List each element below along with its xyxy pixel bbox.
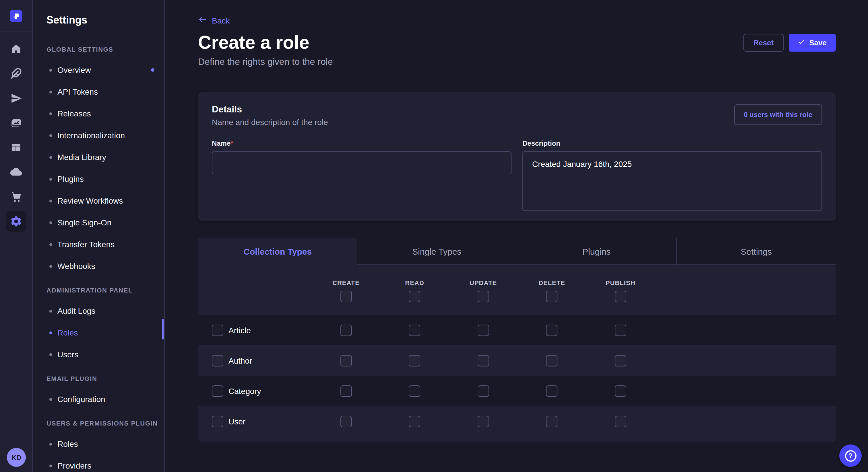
details-card-titles: Details Name and description of the role bbox=[212, 104, 328, 127]
checkbox[interactable] bbox=[477, 355, 489, 366]
checkbox[interactable] bbox=[340, 291, 352, 302]
checkbox[interactable] bbox=[340, 355, 352, 366]
rail-button-layout-icon[interactable] bbox=[6, 137, 26, 158]
select-all-column-cell bbox=[518, 291, 586, 302]
sidebar-item-review-workflows[interactable]: Review Workflows bbox=[33, 190, 164, 212]
column-labels-row: CREATEREADUPDATEDELETEPUBLISH bbox=[198, 279, 836, 286]
back-link[interactable]: Back bbox=[198, 15, 229, 26]
paper-plane-icon bbox=[10, 92, 22, 104]
rail-button-feather-icon[interactable] bbox=[6, 63, 26, 84]
sidebar-item-overview[interactable]: Overview bbox=[33, 59, 164, 81]
checkbox[interactable] bbox=[409, 291, 421, 302]
bullet-icon bbox=[50, 177, 52, 180]
checkbox[interactable] bbox=[477, 415, 489, 427]
checkbox[interactable] bbox=[340, 324, 352, 336]
select-all-column-cell bbox=[312, 291, 380, 302]
checkbox[interactable] bbox=[546, 415, 558, 427]
permissions-panel: CREATEREADUPDATEDELETEPUBLISH ArticleAut… bbox=[198, 265, 836, 442]
checkbox[interactable] bbox=[477, 324, 489, 336]
sidebar-item-configuration[interactable]: Configuration bbox=[33, 388, 164, 410]
sidebar-item-roles[interactable]: Roles bbox=[33, 433, 164, 455]
name-input[interactable] bbox=[212, 151, 512, 174]
checkbox[interactable] bbox=[615, 355, 626, 366]
save-button[interactable]: Save bbox=[788, 34, 836, 52]
sidebar-item-label: Webhooks bbox=[57, 262, 95, 271]
feather-icon bbox=[10, 68, 22, 79]
rail-button-cart-icon[interactable] bbox=[6, 187, 26, 207]
sidebar-item-api-tokens[interactable]: API Tokens bbox=[33, 81, 164, 103]
reset-button[interactable]: Reset bbox=[743, 34, 783, 52]
rail-button-pictures-icon[interactable] bbox=[6, 112, 26, 133]
sidebar-scrollbar-thumb[interactable] bbox=[162, 319, 164, 339]
checkbox[interactable] bbox=[615, 291, 626, 302]
rail-button-home-icon[interactable] bbox=[6, 38, 26, 59]
page-header-text: Create a role Define the rights given to… bbox=[198, 33, 333, 67]
select-all-column-cell bbox=[449, 291, 518, 302]
tab-plugins[interactable]: Plugins bbox=[516, 238, 676, 265]
column-header-label: PUBLISH bbox=[606, 279, 636, 286]
checkbox[interactable] bbox=[212, 415, 223, 427]
sidebar-item-label: Providers bbox=[57, 461, 91, 470]
checkbox[interactable] bbox=[546, 324, 558, 336]
sidebar-item-label: Plugins bbox=[57, 174, 84, 183]
checkbox[interactable] bbox=[477, 291, 489, 302]
sidebar-item-providers[interactable]: Providers bbox=[33, 455, 164, 472]
sidebar-item-users[interactable]: Users bbox=[33, 343, 164, 365]
tab-collection-types[interactable]: Collection Types bbox=[198, 238, 358, 265]
name-label: Name* bbox=[212, 139, 512, 148]
sidebar-item-internationalization[interactable]: Internationalization bbox=[33, 125, 164, 146]
checkbox[interactable] bbox=[546, 385, 558, 397]
sidebar-item-webhooks[interactable]: Webhooks bbox=[33, 255, 164, 277]
checkbox[interactable] bbox=[615, 415, 626, 427]
checkbox[interactable] bbox=[615, 324, 626, 336]
name-field-group: Name* bbox=[212, 139, 512, 213]
checkbox[interactable] bbox=[409, 324, 421, 336]
checkbox[interactable] bbox=[546, 291, 558, 302]
strapi-logo[interactable] bbox=[10, 9, 22, 22]
sidebar-item-plugins[interactable]: Plugins bbox=[33, 168, 164, 190]
checkbox[interactable] bbox=[212, 385, 223, 397]
checkbox[interactable] bbox=[340, 385, 352, 397]
sidebar-item-roles[interactable]: Roles bbox=[33, 322, 164, 343]
checkbox[interactable] bbox=[546, 355, 558, 366]
help-button[interactable]: ? bbox=[839, 444, 862, 467]
sidebar-item-label: Transfer Tokens bbox=[57, 240, 115, 249]
settings-sidebar: Settings GLOBAL SETTINGSOverviewAPI Toke… bbox=[33, 0, 165, 472]
section-label: ADMINISTRATION PANEL bbox=[33, 286, 164, 294]
description-textarea[interactable]: Created January 16th, 2025 bbox=[522, 151, 822, 211]
sidebar-item-media-library[interactable]: Media Library bbox=[33, 146, 164, 168]
checkbox[interactable] bbox=[409, 385, 421, 397]
details-card: Details Name and description of the role… bbox=[198, 92, 836, 221]
page-header: Create a role Define the rights given to… bbox=[198, 33, 836, 67]
user-avatar[interactable]: KD bbox=[7, 448, 26, 467]
permission-cell bbox=[380, 324, 449, 336]
sidebar-item-single-sign-on[interactable]: Single Sign-On bbox=[33, 212, 164, 233]
row-label: Article bbox=[228, 326, 251, 335]
checkbox[interactable] bbox=[340, 415, 352, 427]
rail-button-cloud-icon[interactable] bbox=[6, 162, 26, 182]
checkbox[interactable] bbox=[212, 324, 223, 336]
checkbox[interactable] bbox=[477, 385, 489, 397]
users-with-role-button[interactable]: 0 users with this role bbox=[734, 104, 822, 125]
permission-cell bbox=[586, 324, 655, 336]
sidebar-item-releases[interactable]: Releases bbox=[33, 103, 164, 125]
column-header-label: DELETE bbox=[538, 279, 565, 286]
rail-button-gear-icon[interactable] bbox=[6, 211, 26, 232]
details-card-header: Details Name and description of the role… bbox=[212, 104, 822, 127]
checkbox[interactable] bbox=[409, 415, 421, 427]
row-name-cell: Category bbox=[198, 385, 312, 397]
tab-single-types[interactable]: Single Types bbox=[358, 238, 517, 265]
permission-cell bbox=[312, 324, 380, 336]
sidebar-item-label: Configuration bbox=[57, 395, 105, 404]
sidebar-item-transfer-tokens[interactable]: Transfer Tokens bbox=[33, 233, 164, 255]
sidebar-item-audit-logs[interactable]: Audit Logs bbox=[33, 300, 164, 322]
checkbox[interactable] bbox=[615, 385, 626, 397]
checkbox[interactable] bbox=[409, 355, 421, 366]
rail-button-paper-plane-icon[interactable] bbox=[6, 88, 26, 108]
permission-cell bbox=[380, 385, 449, 397]
tab-settings[interactable]: Settings bbox=[676, 238, 836, 265]
sidebar-item-label: Roles bbox=[57, 328, 78, 337]
checkbox[interactable] bbox=[212, 355, 223, 366]
sidebar-item-label: Single Sign-On bbox=[57, 218, 112, 227]
column-header-label: READ bbox=[405, 279, 424, 286]
